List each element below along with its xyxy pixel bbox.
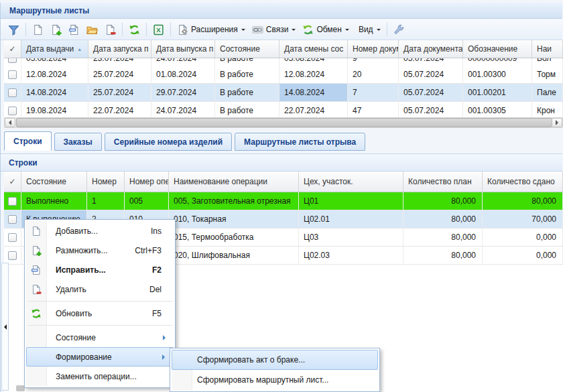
row-checkbox[interactable] bbox=[8, 107, 17, 115]
column-header[interactable]: Дата выдачи▲ bbox=[21, 40, 88, 58]
tab-tear-off-sheets[interactable]: Маршрутные листы отрыва bbox=[235, 133, 365, 151]
column-header[interactable]: Наименование операции bbox=[169, 172, 299, 192]
table-cell[interactable]: 00000000009 bbox=[463, 58, 532, 66]
table-cell[interactable]: 80,000 bbox=[403, 228, 483, 246]
settings-button[interactable] bbox=[391, 21, 408, 38]
row-select-cell[interactable] bbox=[4, 102, 21, 117]
tab-serial-numbers[interactable]: Серийные номера изделий bbox=[105, 133, 232, 151]
table-cell[interactable]: В работе bbox=[215, 58, 279, 66]
menu-item-replace-operations[interactable]: Заменить операции... bbox=[26, 367, 174, 386]
table-row[interactable]: 19.08.202422.07.202424.07.2024В работе22… bbox=[4, 102, 563, 117]
row-checkbox[interactable] bbox=[8, 58, 17, 63]
menu-item-delete[interactable]: УдалитьDel bbox=[26, 279, 174, 299]
table-cell[interactable]: 80,000 bbox=[403, 192, 483, 210]
column-header[interactable]: Цех, участок. bbox=[299, 172, 403, 192]
column-header[interactable]: Дата запуска п bbox=[88, 40, 151, 58]
table-cell[interactable]: 7 bbox=[348, 84, 399, 101]
submenu-item-defect-act[interactable]: Сформировать акт о браке... bbox=[172, 350, 378, 370]
delete-button[interactable] bbox=[102, 21, 119, 38]
table-cell[interactable]: 19.08.2024 bbox=[21, 102, 88, 117]
table-cell[interactable]: 12.08.2024 bbox=[21, 66, 88, 83]
table-cell[interactable]: В работе bbox=[215, 84, 279, 101]
table-cell[interactable]: Ц02.01 bbox=[299, 210, 403, 228]
column-header[interactable]: Состояние bbox=[215, 40, 279, 58]
column-header[interactable]: Дата документа bbox=[399, 40, 463, 58]
column-header[interactable]: Номер опера bbox=[125, 172, 169, 192]
view-menu-button[interactable]: Вид bbox=[353, 21, 383, 38]
table-cell[interactable]: 14.08.2024 bbox=[279, 84, 348, 101]
column-header[interactable]: Количество план bbox=[403, 172, 483, 192]
table-cell[interactable]: 010, Токарная bbox=[169, 210, 299, 228]
table-cell[interactable]: 0,000 bbox=[483, 247, 563, 264]
row-select-cell[interactable] bbox=[4, 66, 21, 83]
menu-item-state[interactable]: Состояние bbox=[26, 328, 174, 347]
column-header[interactable]: Дата смены сос bbox=[279, 40, 348, 58]
table-cell[interactable]: Вол bbox=[532, 58, 563, 66]
table-cell[interactable]: 05.07.2024 bbox=[399, 102, 463, 117]
table-cell[interactable]: 1 bbox=[87, 192, 125, 210]
row-checkbox[interactable] bbox=[8, 215, 17, 224]
menu-item-forming[interactable]: Формирование bbox=[26, 347, 174, 367]
table-cell[interactable]: 01.08.2024 bbox=[151, 66, 215, 83]
refresh-button[interactable] bbox=[126, 21, 143, 38]
tab-lines[interactable]: Строки bbox=[4, 131, 52, 151]
table-cell[interactable]: 12.08.2024 bbox=[279, 66, 348, 83]
column-header[interactable]: Состояние bbox=[21, 172, 87, 192]
table-cell[interactable]: В работе bbox=[215, 66, 279, 83]
column-header[interactable]: Обозначение bbox=[463, 40, 532, 58]
column-header[interactable]: Количество сдано bbox=[483, 172, 563, 192]
table-cell[interactable]: 005, Заготовительная отрезная bbox=[169, 192, 299, 210]
table-cell[interactable]: Ц03 bbox=[299, 228, 403, 246]
scroll-right-button[interactable] bbox=[552, 118, 562, 127]
row-checkbox[interactable] bbox=[8, 88, 17, 97]
tab-orders[interactable]: Заказы bbox=[54, 133, 102, 151]
table-cell[interactable]: Пале bbox=[532, 84, 563, 101]
table-cell[interactable]: 0,000 bbox=[483, 228, 563, 246]
table-cell[interactable]: 22.07.2024 bbox=[88, 102, 151, 117]
table-cell[interactable]: 47 bbox=[348, 102, 399, 117]
filter-button[interactable] bbox=[5, 21, 22, 38]
row-checkbox[interactable] bbox=[8, 233, 17, 242]
row-checkbox[interactable] bbox=[8, 197, 17, 206]
table-cell[interactable]: 29.07.2024 bbox=[151, 84, 215, 101]
add-button[interactable] bbox=[29, 21, 46, 38]
table-cell[interactable]: 80,000 bbox=[483, 192, 563, 210]
row-select-cell[interactable] bbox=[4, 192, 21, 210]
table-cell[interactable]: 23.07.2024 bbox=[88, 58, 151, 66]
table-cell[interactable]: 80,000 bbox=[403, 210, 483, 228]
submenu-item-route-sheet[interactable]: Сформировать маршрутный лист... bbox=[172, 370, 378, 390]
table-cell[interactable]: 005 bbox=[125, 192, 169, 210]
table-cell[interactable]: 25.07.2024 bbox=[88, 66, 151, 83]
table-row[interactable]: 14.08.202425.07.202429.07.2024В работе14… bbox=[4, 84, 563, 102]
menu-item-edit[interactable]: Исправить...F2 bbox=[26, 260, 174, 279]
row-select-cell[interactable] bbox=[4, 247, 21, 264]
table-cell[interactable]: 05.07.2024 bbox=[399, 84, 463, 101]
table-row[interactable]: Выполнено1005005, Заготовительная отрезн… bbox=[4, 192, 563, 210]
menu-item-duplicate[interactable]: Размножить...Ctrl+F3 bbox=[26, 241, 174, 260]
table-cell[interactable]: 20 bbox=[348, 66, 399, 83]
column-header[interactable]: Наи bbox=[532, 40, 563, 58]
table-cell[interactable]: 25.07.2024 bbox=[88, 84, 151, 101]
table-row[interactable]: 05.08.202423.07.202424.07.2024В работе05… bbox=[4, 58, 563, 66]
table-row[interactable]: 12.08.202425.07.202401.08.2024В работе12… bbox=[4, 66, 563, 84]
column-header[interactable]: Номер докум bbox=[348, 40, 399, 58]
table-cell[interactable]: 020, Шлифовальная bbox=[169, 247, 299, 264]
scroll-left-button[interactable] bbox=[5, 118, 15, 127]
menu-item-add[interactable]: Добавить...Ins bbox=[26, 221, 174, 241]
extensions-menu-button[interactable]: Расширения bbox=[174, 21, 248, 38]
column-header[interactable]: Дата выпуска п bbox=[151, 40, 215, 58]
row-select-cell[interactable] bbox=[4, 228, 21, 246]
exchange-menu-button[interactable]: Обмен bbox=[300, 21, 352, 38]
table-cell[interactable]: Торм bbox=[532, 66, 563, 83]
table-cell[interactable]: 001.00201 bbox=[463, 84, 532, 101]
row-select-cell[interactable] bbox=[4, 58, 21, 66]
table-cell[interactable]: 9 bbox=[348, 58, 399, 66]
table-cell[interactable]: 05.08.2024 bbox=[279, 58, 348, 66]
open-button[interactable] bbox=[84, 21, 101, 38]
links-menu-button[interactable]: Связи bbox=[249, 21, 299, 38]
row-checkbox[interactable] bbox=[8, 70, 17, 79]
column-header[interactable]: Номер bbox=[87, 172, 125, 192]
table-cell[interactable]: 015, Термообработка bbox=[169, 228, 299, 246]
table-cell[interactable]: Ц02.03 bbox=[299, 247, 403, 264]
horizontal-scrollbar[interactable] bbox=[4, 117, 563, 128]
